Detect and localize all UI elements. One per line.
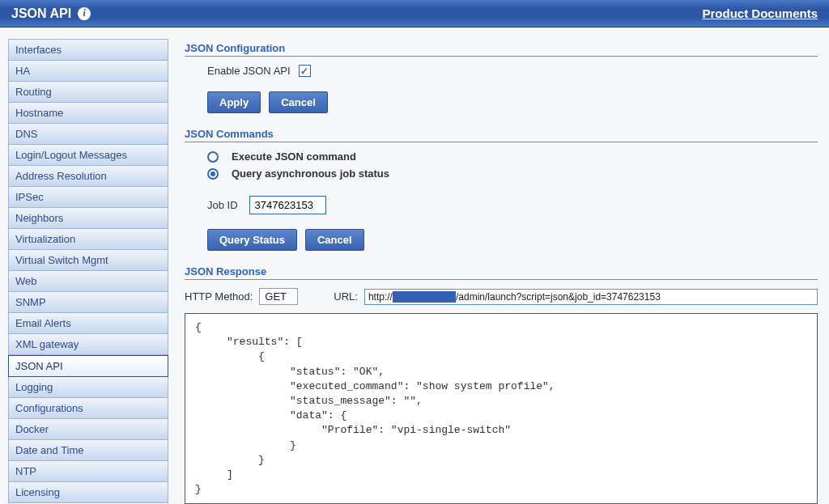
sidebar-item-email-alerts[interactable]: Email Alerts — [8, 313, 168, 334]
enable-json-label: Enable JSON API — [207, 65, 291, 77]
section-json-config: JSON Configuration — [185, 42, 818, 57]
sidebar-item-date-and-time[interactable]: Date and Time — [8, 440, 168, 461]
url-redacted-host — [393, 291, 456, 303]
sidebar-item-web[interactable]: Web — [8, 271, 168, 292]
sidebar-item-interfaces[interactable]: Interfaces — [8, 39, 168, 61]
sidebar-item-docker[interactable]: Docker — [8, 419, 168, 440]
apply-button[interactable]: Apply — [207, 91, 261, 113]
query-status-button[interactable]: Query Status — [207, 229, 297, 251]
header-bar: JSON API i Product Documents — [0, 0, 829, 28]
sidebar-item-virtualization[interactable]: Virtualization — [8, 229, 168, 250]
sidebar-item-configurations[interactable]: Configurations — [8, 398, 168, 419]
sidebar-item-hostname[interactable]: Hostname — [8, 103, 168, 124]
http-method-value: GET — [259, 288, 298, 305]
http-method-label: HTTP Method: — [185, 290, 253, 303]
sidebar: InterfacesHARoutingHostnameDNSLogin/Logo… — [8, 39, 168, 504]
main-content: JSON Configuration Enable JSON API ✓ App… — [185, 39, 821, 504]
url-label: URL: — [334, 290, 358, 303]
sidebar-item-neighbors[interactable]: Neighbors — [8, 208, 168, 229]
sidebar-item-address-resolution[interactable]: Address Resolution — [8, 166, 168, 187]
url-value[interactable]: http:///admin/launch?script=json&job_id=… — [364, 289, 818, 305]
page-title: JSON API — [11, 6, 71, 21]
sidebar-item-routing[interactable]: Routing — [8, 82, 168, 103]
sidebar-item-virtual-switch-mgmt[interactable]: Virtual Switch Mgmt — [8, 250, 168, 271]
radio-execute[interactable] — [207, 151, 219, 163]
cancel-config-button[interactable]: Cancel — [269, 91, 328, 113]
job-id-label: Job ID — [207, 199, 238, 211]
sidebar-item-logging[interactable]: Logging — [8, 377, 168, 398]
sidebar-item-ha[interactable]: HA — [8, 61, 168, 82]
sidebar-item-licensing[interactable]: Licensing — [8, 482, 168, 503]
job-id-input[interactable] — [249, 196, 326, 214]
sidebar-item-ntp[interactable]: NTP — [8, 461, 168, 482]
sidebar-item-dns[interactable]: DNS — [8, 124, 168, 145]
sidebar-item-ipsec[interactable]: IPSec — [8, 187, 168, 208]
cancel-command-button[interactable]: Cancel — [305, 229, 364, 251]
response-body: { "results": [ { "status": "OK", "execut… — [185, 313, 818, 504]
enable-json-checkbox[interactable]: ✓ — [299, 65, 311, 77]
sidebar-item-snmp[interactable]: SNMP — [8, 292, 168, 313]
radio-execute-label: Execute JSON command — [232, 150, 356, 163]
section-json-response: JSON Response — [185, 265, 818, 280]
product-docs-link[interactable]: Product Documents — [702, 6, 818, 20]
sidebar-item-xml-gateway[interactable]: XML gateway — [8, 334, 168, 355]
info-icon[interactable]: i — [78, 7, 91, 20]
section-json-commands: JSON Commands — [185, 128, 818, 142]
sidebar-item-json-api[interactable]: JSON API — [8, 355, 168, 377]
sidebar-item-login-logout-messages[interactable]: Login/Logout Messages — [8, 145, 168, 166]
radio-query-label: Query asynchronous job status — [232, 167, 389, 180]
radio-query[interactable] — [207, 168, 219, 180]
